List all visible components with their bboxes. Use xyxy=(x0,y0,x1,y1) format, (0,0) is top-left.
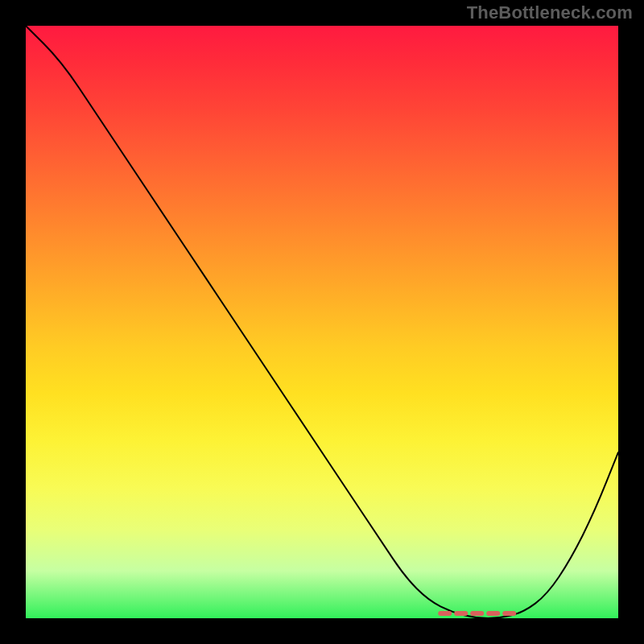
chart-frame: TheBottleneck.com xyxy=(0,0,644,644)
plot-area xyxy=(26,26,618,618)
curve-layer xyxy=(26,26,618,618)
watermark-text: TheBottleneck.com xyxy=(467,2,633,23)
bottleneck-curve xyxy=(26,26,618,618)
